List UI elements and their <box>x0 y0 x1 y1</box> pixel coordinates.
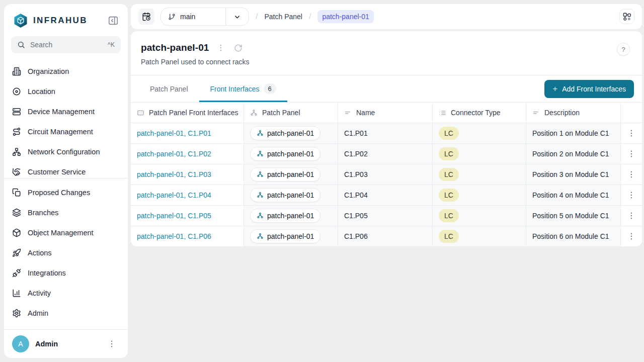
hierarchy-icon <box>257 192 264 199</box>
row-actions-button[interactable]: ⋮ <box>623 127 639 139</box>
row-actions-button[interactable]: ⋮ <box>623 148 639 160</box>
cell-connector-type: LC <box>433 226 526 246</box>
schema-visualizer-button[interactable] <box>619 9 634 24</box>
patch-panel-badge[interactable]: patch-panel-01 <box>250 229 320 243</box>
cell-actions: ⋮ <box>621 123 642 143</box>
column-header-actions <box>621 103 642 123</box>
connector-type-badge: LC <box>439 127 459 140</box>
circle-dot-icon <box>12 87 21 96</box>
cell-name: C1.P04 <box>338 185 433 205</box>
sidebar-item-network-configuration[interactable]: Network Configuration <box>4 142 128 162</box>
sidebar-item-label: Integrations <box>28 269 66 277</box>
sidebar-item-circuit-management[interactable]: Circuit Management <box>4 122 128 142</box>
patch-panel-badge[interactable]: patch-panel-01 <box>250 167 320 182</box>
hierarchy-icon <box>257 233 264 240</box>
patch-panel-badge[interactable]: patch-panel-01 <box>250 126 320 140</box>
interface-link[interactable]: patch-panel-01, C1.P05 <box>137 212 211 220</box>
cell-description: Position 3 on Module C1 <box>526 164 621 185</box>
search-input[interactable]: Search ^K <box>11 36 121 53</box>
sidebar-item-label: Object Management <box>28 229 94 237</box>
cell-connector-type: LC <box>433 144 526 164</box>
git-branch-icon <box>168 13 176 21</box>
hierarchy-icon <box>257 171 264 178</box>
cell-patch-panel: patch-panel-01 <box>244 144 338 164</box>
sidebar-item-customer-service[interactable]: Customer Service <box>4 162 128 178</box>
nav-group-2: Proposed ChangesBranchesObject Managemen… <box>4 178 128 323</box>
refresh-button[interactable] <box>233 43 244 53</box>
branch-selector[interactable]: main <box>160 8 249 26</box>
column-header-connector-type[interactable]: Connector Type <box>433 103 526 123</box>
cell-patch-panel: patch-panel-01 <box>244 123 338 143</box>
cell-name: C1.P02 <box>338 144 433 164</box>
row-actions-button[interactable]: ⋮ <box>623 168 639 180</box>
sidebar-item-admin[interactable]: Admin <box>4 303 128 323</box>
sidebar-item-integrations[interactable]: Integrations <box>4 263 128 283</box>
help-button[interactable]: ? <box>617 43 630 56</box>
cell-connector-type: LC <box>433 206 526 226</box>
sidebar-item-actions[interactable]: Actions <box>4 243 128 263</box>
sidebar-item-label: Organization <box>28 67 69 75</box>
sidebar-item-label: Network Configuration <box>28 148 100 156</box>
building-icon <box>12 67 21 76</box>
column-label: Patch Panel <box>262 109 300 117</box>
table-header: Patch Panel Front InterfacesPatch PanelN… <box>131 102 642 123</box>
patch-panel-badge[interactable]: patch-panel-01 <box>250 188 320 202</box>
object-actions-button[interactable]: ⋮ <box>216 42 226 53</box>
tab-patch-panel[interactable]: Patch Panel <box>139 75 199 102</box>
panel-collapse-icon <box>108 15 121 26</box>
sidebar-item-activity[interactable]: Activity <box>4 283 128 303</box>
patch-panel-badge[interactable]: patch-panel-01 <box>250 209 320 223</box>
cell-actions: ⋮ <box>621 164 642 185</box>
sidebar-collapse-button[interactable] <box>108 14 121 27</box>
page-header: patch-panel-01 ⋮ Patch Panel used to con… <box>131 31 642 75</box>
row-actions-button[interactable]: ⋮ <box>623 189 639 201</box>
breadcrumb-section[interactable]: Patch Panel <box>264 13 302 21</box>
cell-display-label: patch-panel-01, C1.P01 <box>131 123 244 143</box>
sidebar-item-label: Customer Service <box>28 168 86 176</box>
sidebar-item-proposed-changes[interactable]: Proposed Changes <box>4 183 128 203</box>
row-actions-button[interactable]: ⋮ <box>623 230 639 242</box>
page-subtitle: Patch Panel used to connect racks <box>141 58 632 66</box>
interface-link[interactable]: patch-panel-01, C1.P06 <box>137 232 211 240</box>
column-header-name[interactable]: Name <box>338 103 433 123</box>
cell-actions: ⋮ <box>621 185 642 205</box>
workflow-icon <box>622 12 632 22</box>
text-icon <box>344 109 352 117</box>
column-header-description[interactable]: Description <box>526 103 621 123</box>
handshake-icon <box>12 167 21 176</box>
interface-link[interactable]: patch-panel-01, C1.P03 <box>137 170 211 178</box>
search-placeholder: Search <box>30 41 52 49</box>
interface-link[interactable]: patch-panel-01, C1.P04 <box>137 191 211 199</box>
breadcrumb-current[interactable]: patch-panel-01 <box>317 10 373 23</box>
cell-patch-panel: patch-panel-01 <box>244 206 338 226</box>
content-card: patch-panel-01 ⋮ Patch Panel used to con… <box>131 31 642 246</box>
cell-actions: ⋮ <box>621 144 642 164</box>
search-shortcut: ^K <box>108 41 115 48</box>
sidebar-item-label: Admin <box>28 309 48 317</box>
diff-icon <box>12 188 21 197</box>
sidebar-item-device-management[interactable]: Device Management <box>4 102 128 122</box>
sidebar-item-location[interactable]: Location <box>4 81 128 102</box>
column-header-patch-panel-front-interfaces[interactable]: Patch Panel Front Interfaces <box>131 103 244 123</box>
plus-icon: + <box>552 84 557 93</box>
hierarchy-icon <box>257 130 264 137</box>
tab-front-interfaces[interactable]: Front Interfaces 6 <box>199 75 287 102</box>
interface-link[interactable]: patch-panel-01, C1.P01 <box>137 129 211 137</box>
add-front-interfaces-button[interactable]: + Add Front Interfaces <box>544 80 634 98</box>
cell-connector-type: LC <box>433 164 526 185</box>
branch-current: main <box>161 8 225 25</box>
column-header-patch-panel[interactable]: Patch Panel <box>244 103 338 123</box>
row-actions-button[interactable]: ⋮ <box>623 210 639 222</box>
sidebar-item-label: Circuit Management <box>28 128 93 136</box>
patch-panel-badge[interactable]: patch-panel-01 <box>250 147 320 161</box>
hierarchy-icon <box>257 212 264 219</box>
sidebar-item-branches[interactable]: Branches <box>4 203 128 223</box>
branch-dropdown-toggle[interactable] <box>226 8 249 25</box>
time-travel-button[interactable] <box>138 9 154 25</box>
cell-connector-type: LC <box>433 123 526 143</box>
user-menu-button[interactable]: ⋮ <box>104 338 120 350</box>
sidebar-item-object-management[interactable]: Object Management <box>4 223 128 243</box>
sidebar-item-organization[interactable]: Organization <box>4 61 128 81</box>
interface-link[interactable]: patch-panel-01, C1.P02 <box>137 150 211 158</box>
logo-row: INFRAHUB <box>4 4 128 35</box>
